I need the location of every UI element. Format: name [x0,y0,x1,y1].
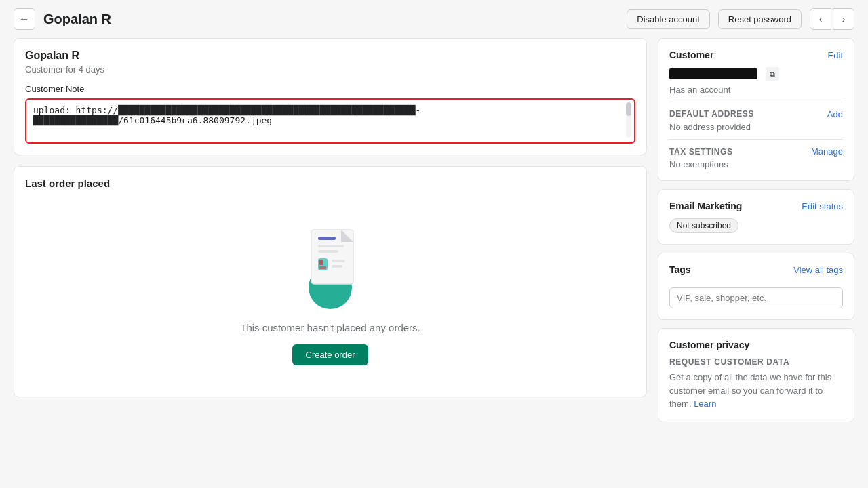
svg-rect-9 [319,266,326,269]
back-button[interactable]: ← [14,8,35,30]
top-bar-actions: Disable account Reset password ‹ › [627,8,854,30]
tags-card: Tags View all tags [658,253,854,320]
manage-tax-link[interactable]: Manage [811,146,843,157]
edit-customer-link[interactable]: Edit [828,50,843,60]
prev-customer-button[interactable]: ‹ [810,8,831,30]
has-account-label: Has an account [669,85,843,95]
edit-email-status-link[interactable]: Edit status [802,201,843,211]
svg-rect-5 [318,245,344,247]
create-order-button[interactable]: Create order [292,344,369,365]
empty-orders-illustration [290,216,371,311]
customer-section-card: Customer Edit ⧉ Has an account DEFAULT A… [658,38,854,181]
page-title: Gopalan R [43,12,111,27]
empty-orders-section: This customer hasn't placed any orders. … [25,189,635,386]
email-marketing-header: Email Marketing Edit status [669,201,843,211]
left-column: Gopalan R Customer for 4 days Customer N… [14,38,647,397]
customer-privacy-title: Customer privacy [669,340,843,350]
reset-password-button[interactable]: Reset password [718,9,802,29]
svg-rect-10 [332,260,345,262]
disable-account-button[interactable]: Disable account [627,9,710,29]
customer-privacy-card: Customer privacy REQUEST CUSTOMER DATA G… [658,328,854,422]
next-icon: › [842,14,846,24]
svg-rect-6 [318,250,338,253]
request-data-text: Get a copy of all the data we have for t… [669,371,843,411]
customer-section-title: Customer [669,49,713,60]
top-bar: ← Gopalan R Disable account Reset passwo… [0,0,868,38]
tags-input[interactable] [669,287,843,308]
svg-rect-11 [332,265,342,268]
tags-title: Tags [669,264,691,275]
scrollbar-thumb [626,102,631,116]
next-customer-button[interactable]: › [833,8,854,30]
last-order-title: Last order placed [25,178,635,189]
customer-email-redacted [669,68,757,79]
tax-exemptions-value: No exemptions [669,159,843,169]
note-label: Customer Note [25,84,635,94]
main-layout: Gopalan R Customer for 4 days Customer N… [0,38,868,436]
customer-note-input[interactable]: upload: https://████████████████████████… [26,100,634,140]
customer-name: Gopalan R [25,49,635,62]
tax-settings-label: TAX SETTINGS [669,147,733,157]
learn-more-link[interactable]: Learn [694,399,716,409]
tags-header: Tags View all tags [669,264,843,275]
email-marketing-card: Email Marketing Edit status Not subscrib… [658,189,854,245]
customer-info-card: Gopalan R Customer for 4 days Customer N… [14,38,647,155]
right-column: Customer Edit ⧉ Has an account DEFAULT A… [658,38,854,422]
copy-email-icon[interactable]: ⧉ [766,67,779,81]
request-data-label: REQUEST CUSTOMER DATA [669,357,843,367]
svg-rect-8 [319,260,323,265]
nav-arrows: ‹ › [810,8,854,30]
customer-section-header: Customer Edit [669,49,843,60]
default-address-value: No address provided [669,122,843,132]
view-all-tags-link[interactable]: View all tags [793,265,843,275]
email-marketing-badge: Not subscribed [669,218,738,233]
add-address-link[interactable]: Add [827,109,843,119]
empty-orders-text: This customer hasn't placed any orders. [240,322,420,333]
email-marketing-title: Email Marketing [669,201,742,211]
divider-1 [669,102,843,102]
scrollbar[interactable] [626,102,631,138]
customer-since: Customer for 4 days [25,64,635,75]
customer-note-wrapper: upload: https://████████████████████████… [25,98,635,144]
svg-rect-4 [318,237,336,240]
back-icon: ← [19,13,30,25]
prev-icon: ‹ [819,14,823,24]
divider-2 [669,139,843,140]
last-order-card: Last order placed [14,166,647,397]
